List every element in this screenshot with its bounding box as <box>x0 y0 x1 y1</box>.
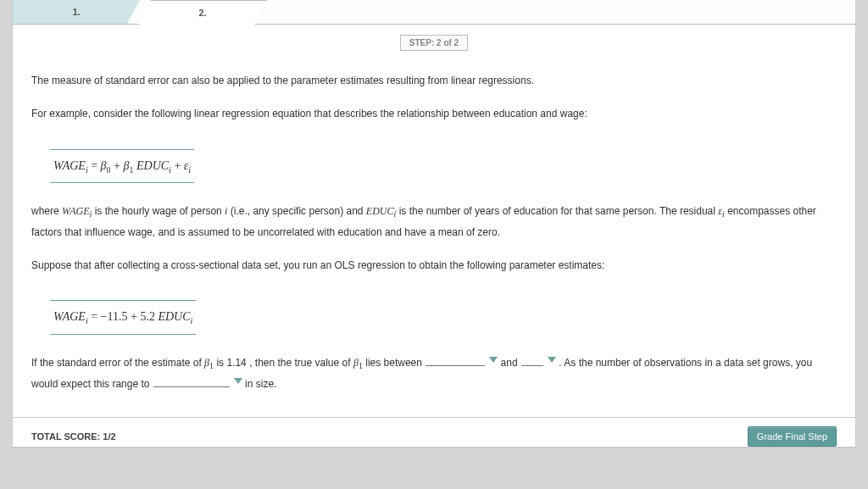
intro-2: For example, consider the following line… <box>31 104 837 124</box>
tab-step-2[interactable]: 2. <box>138 0 267 25</box>
step-indicator: STEP: 2 of 2 <box>400 35 468 51</box>
question-body: The measure of standard error can also b… <box>13 58 855 417</box>
dropdown-lower[interactable] <box>425 353 498 366</box>
chevron-down-icon <box>489 357 498 363</box>
chevron-down-icon <box>234 378 242 384</box>
dropdown-upper[interactable] <box>520 353 556 366</box>
suppose: Suppose that after collecting a cross-se… <box>31 256 837 275</box>
equation-model: WAGEi = β0 + β1 EDUCi + εi <box>50 149 194 184</box>
tab-step-1[interactable]: 1. <box>13 0 140 24</box>
fill-in: If the standard error of the estimate of… <box>31 353 837 393</box>
eq1-lhs: WAGEi <box>53 159 88 172</box>
total-score: TOTAL SCORE: 1/2 <box>31 431 116 442</box>
chevron-down-icon <box>548 357 556 363</box>
step-tabs: 1. 2. <box>13 0 855 25</box>
grade-final-step-button[interactable]: Grade Final Step <box>748 426 837 447</box>
equation-estimate: WAGEi = −11.5 + 5.2 EDUCi <box>50 300 196 335</box>
dropdown-range[interactable] <box>153 375 242 387</box>
explain-vars: where WAGEi is the hourly wage of person… <box>31 202 837 242</box>
intro-1: The measure of standard error can also b… <box>31 71 837 91</box>
